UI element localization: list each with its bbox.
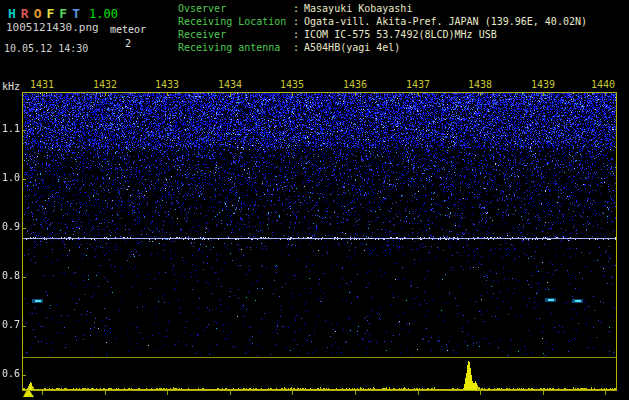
filename: 1005121430.png bbox=[6, 21, 99, 34]
mode-label: meteor bbox=[110, 24, 146, 35]
app-title-letter: F bbox=[46, 6, 54, 21]
info-row: Receiver:ICOM IC-575 53.7492(8LCD)MHz US… bbox=[178, 29, 587, 42]
info-label: Ovserver bbox=[178, 3, 293, 14]
x-axis-bottom-line bbox=[22, 390, 617, 391]
app-title-letter: O bbox=[34, 6, 42, 21]
app-version: 1.00 bbox=[89, 7, 118, 21]
title-row: HROFFT1.00 bbox=[8, 3, 118, 22]
x-tick-label: 1438 bbox=[466, 79, 494, 90]
x-tick-label: 1437 bbox=[404, 79, 432, 90]
y-axis-unit: kHz bbox=[2, 81, 24, 92]
y-tick-label: 0.7 bbox=[2, 319, 24, 330]
info-label: Receiving antenna bbox=[178, 42, 293, 53]
datetime: 10.05.12 14:30 bbox=[4, 43, 88, 54]
x-tick-label: 1439 bbox=[529, 79, 557, 90]
x-tick-label: 1435 bbox=[278, 79, 306, 90]
info-value: ICOM IC-575 53.7492(8LCD)MHz USB bbox=[304, 29, 497, 40]
y-tick-label: 0.8 bbox=[2, 270, 24, 281]
y-axis-right-line bbox=[616, 92, 617, 391]
info-colon: : bbox=[293, 3, 299, 14]
x-axis-top-line bbox=[22, 92, 617, 93]
meteor-count: 2 bbox=[106, 38, 150, 49]
x-tick-label: 1431 bbox=[28, 79, 56, 90]
info-label: Receiving Location bbox=[178, 16, 293, 27]
info-label: Receiver bbox=[178, 29, 293, 40]
y-tick-label: 0.9 bbox=[2, 221, 24, 232]
info-colon: : bbox=[293, 16, 299, 27]
x-tick-label: 1434 bbox=[216, 79, 244, 90]
info-colon: : bbox=[293, 42, 299, 53]
app-title-letter: R bbox=[21, 6, 29, 21]
hrofft-screen: HROFFT1.00 1005121430.png meteor 2 10.05… bbox=[0, 0, 629, 400]
y-tick-label: 0.6 bbox=[2, 368, 24, 379]
x-tick-label: 1440 bbox=[589, 79, 617, 90]
app-title: HROFFT bbox=[8, 3, 85, 22]
app-title-letter: T bbox=[72, 6, 80, 21]
info-row: Receiving antenna:A504HB(yagi 4el) bbox=[178, 42, 587, 55]
x-tick-label: 1433 bbox=[153, 79, 181, 90]
x-tick-label: 1436 bbox=[341, 79, 369, 90]
info-value: Ogata-vill. Akita-Pref. JAPAN (139.96E, … bbox=[304, 16, 587, 27]
y-tick-label: 1.1 bbox=[2, 123, 24, 134]
spectrogram-canvas bbox=[23, 93, 616, 399]
y-tick-label: 1.0 bbox=[2, 172, 24, 183]
info-row: Ovserver:Masayuki Kobayashi bbox=[178, 3, 587, 16]
app-title-letter: F bbox=[59, 6, 67, 21]
info-value: Masayuki Kobayashi bbox=[304, 3, 412, 14]
y-axis-left-line bbox=[22, 92, 23, 391]
observer-info: Ovserver:Masayuki Kobayashi Receiving Lo… bbox=[178, 3, 587, 55]
info-value: A504HB(yagi 4el) bbox=[304, 42, 400, 53]
info-row: Receiving Location:Ogata-vill. Akita-Pre… bbox=[178, 16, 587, 29]
info-colon: : bbox=[293, 29, 299, 40]
x-tick-label: 1432 bbox=[91, 79, 119, 90]
app-title-letter: H bbox=[8, 6, 16, 21]
